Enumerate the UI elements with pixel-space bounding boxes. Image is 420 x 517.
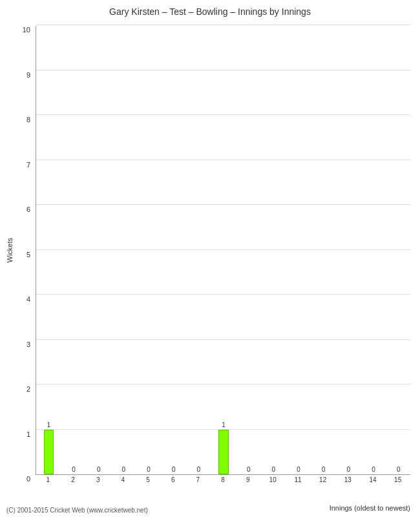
bar-label-8: 1 (222, 421, 226, 428)
grid-line-8 (36, 114, 410, 115)
x-label-15: 15 (394, 476, 401, 483)
grid-line-4 (36, 294, 410, 295)
bar-label-3: 0 (97, 466, 101, 473)
x-label-7: 7 (196, 476, 200, 483)
y-label-8: 8 (26, 116, 30, 123)
copyright-text: (C) 2001-2015 Cricket Web (www.cricketwe… (6, 507, 148, 514)
bar-innings-1 (44, 430, 54, 475)
grid-line-6 (36, 204, 410, 205)
grid-line-5 (36, 249, 410, 250)
bar-label-7: 0 (197, 466, 201, 473)
bar-label-1: 1 (47, 421, 51, 428)
x-label-10: 10 (269, 476, 277, 483)
grid-line-2 (36, 384, 410, 385)
bar-label-15: 0 (397, 466, 401, 473)
bar-label-2: 0 (72, 466, 76, 473)
chart-container: Gary Kirsten – Test – Bowling – Innings … (0, 0, 420, 517)
bar-label-4: 0 (122, 466, 126, 473)
x-label-12: 12 (319, 476, 326, 483)
bar-label-13: 0 (347, 466, 351, 473)
x-label-2: 2 (71, 476, 75, 483)
y-label-1: 1 (26, 430, 30, 438)
grid-line-10 (36, 25, 410, 25)
x-label-1: 1 (47, 476, 50, 483)
x-label-4: 4 (121, 476, 125, 483)
y-label-10: 10 (23, 26, 30, 34)
grid-line-3 (36, 339, 410, 340)
x-label-9: 9 (246, 476, 250, 483)
bar-label-12: 0 (322, 466, 326, 473)
bar-label-10: 0 (272, 466, 276, 473)
bar-label-6: 0 (172, 466, 176, 473)
x-axis: 123456789101112131415 (36, 475, 410, 498)
x-label-5: 5 (146, 476, 150, 483)
bar-label-5: 0 (147, 466, 151, 473)
x-label-3: 3 (96, 476, 100, 483)
y-axis: 012345678910 (0, 26, 36, 475)
y-label-5: 5 (26, 251, 30, 258)
chart-area: 100000010000000 (36, 26, 410, 475)
y-label-6: 6 (26, 206, 30, 213)
y-label-7: 7 (26, 161, 30, 169)
x-label-11: 11 (294, 476, 301, 483)
y-label-9: 9 (26, 71, 30, 79)
bar-label-14: 0 (372, 466, 375, 473)
grid-line-9 (36, 70, 410, 70)
x-label-13: 13 (344, 476, 352, 483)
y-label-3: 3 (26, 341, 30, 348)
bar-label-9: 0 (247, 466, 251, 473)
x-label-14: 14 (369, 476, 376, 483)
chart-title: Gary Kirsten – Test – Bowling – Innings … (0, 0, 420, 20)
x-label-6: 6 (171, 476, 175, 483)
bar-label-11: 0 (297, 466, 300, 473)
y-label-0: 0 (26, 475, 30, 483)
y-label-4: 4 (26, 295, 30, 303)
x-label-8: 8 (221, 476, 225, 483)
bar-innings-8 (218, 430, 228, 475)
y-label-2: 2 (26, 385, 30, 393)
grid-line-7 (36, 160, 410, 160)
